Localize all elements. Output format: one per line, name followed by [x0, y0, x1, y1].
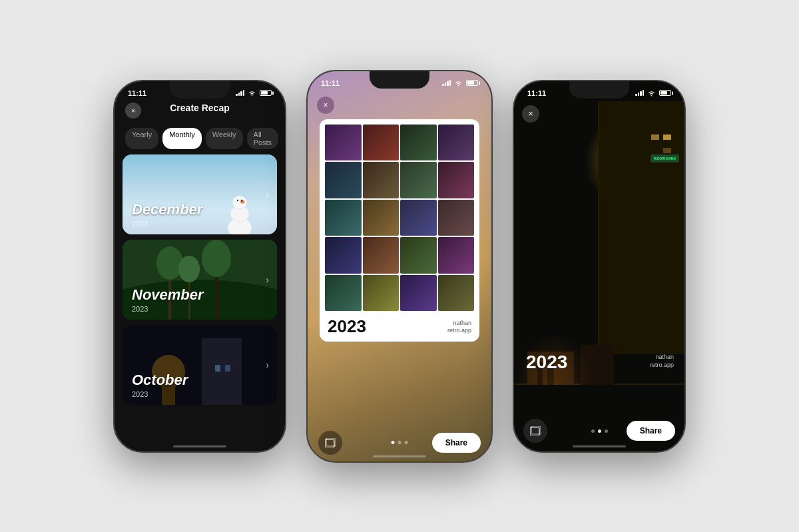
status-bar-1: 11:11 [115, 81, 285, 100]
december-card-content: December 2023 [132, 202, 202, 227]
month-card-november[interactable]: November 2023 › [123, 240, 277, 320]
tab-all-posts[interactable]: All Posts [247, 128, 279, 149]
wifi-icon-3 [647, 90, 656, 97]
signal-icon-3 [635, 90, 644, 96]
collage-cell-8 [438, 162, 475, 198]
phone-1: 11:11 [113, 80, 286, 453]
status-time-3: 11:11 [527, 89, 546, 97]
collage-cell-7 [400, 162, 437, 198]
photos-button-2[interactable] [318, 431, 342, 455]
october-year: 2023 [132, 390, 188, 398]
phone-3: WOORI BANK 11:11 [513, 80, 686, 453]
collage-year: 2023 [328, 318, 366, 335]
collage-cell-20 [438, 275, 475, 312]
page-dots-3 [591, 429, 608, 433]
month-card-october[interactable]: October 2023 › [123, 325, 277, 405]
november-label: November [132, 287, 204, 303]
collage-cell-5 [325, 162, 362, 198]
svg-point-5 [237, 199, 238, 200]
dot-2 [398, 441, 401, 444]
collage-card: 2023 nathan retro.app [320, 119, 479, 342]
collage-cell-6 [363, 162, 400, 198]
svg-point-23 [458, 85, 459, 87]
phone3-credit-app: retro.app [650, 362, 674, 370]
status-icons-2 [442, 80, 478, 87]
signal-icon-1 [236, 90, 244, 96]
share-button-3[interactable]: Share [627, 421, 675, 441]
collage-cell-17 [325, 275, 362, 312]
close-button-2[interactable]: × [317, 97, 334, 114]
battery-icon-3 [659, 90, 671, 96]
battery-icon-1 [260, 90, 272, 96]
share-button-2[interactable]: Share [432, 433, 481, 453]
status-icons-3 [635, 90, 671, 97]
phone3-credit-user: nathan [650, 354, 674, 362]
filter-tabs: Yearly Monthly Weekly All Posts [115, 128, 285, 154]
collage-cell-16 [438, 237, 475, 274]
svg-rect-19 [215, 365, 220, 372]
phone3-controls: Share [514, 429, 684, 433]
collage-grid [325, 125, 474, 312]
svg-point-26 [651, 95, 653, 97]
phone-2: 11:11 [306, 70, 493, 463]
november-card-content: November 2023 [132, 287, 204, 312]
tab-yearly[interactable]: Yearly [125, 128, 158, 149]
svg-point-14 [202, 240, 231, 277]
tab-weekly[interactable]: Weekly [206, 128, 243, 149]
home-indicator-2 [373, 455, 426, 457]
dot-1 [392, 441, 395, 444]
status-time-1: 11:11 [128, 89, 146, 97]
page-dots-2 [392, 441, 408, 444]
wifi-icon-1 [248, 90, 256, 97]
svg-rect-18 [202, 338, 242, 405]
status-icons-1 [236, 90, 272, 97]
home-indicator-1 [173, 445, 226, 447]
collage-cell-18 [363, 275, 400, 312]
phone-1-screen: 11:11 [115, 81, 285, 451]
svg-point-10 [156, 246, 183, 280]
battery-icon-2 [466, 80, 478, 86]
close-button-3[interactable]: × [522, 105, 539, 123]
status-time-2: 11:11 [321, 79, 340, 87]
collage-credit-user: nathan [447, 320, 471, 328]
dot3-3 [605, 429, 608, 433]
october-chevron: › [266, 360, 269, 370]
december-year: 2023 [132, 220, 202, 228]
tab-monthly[interactable]: Monthly [162, 128, 202, 149]
month-list: December 2023 › [115, 154, 285, 405]
collage-cell-11 [400, 200, 437, 236]
collage-cell-10 [363, 200, 400, 236]
collage-cell-1 [325, 125, 362, 161]
phone3-credit: nathan retro.app [650, 354, 674, 369]
status-bar-2: 11:11 [308, 71, 491, 90]
october-card-content: October 2023 [132, 372, 188, 398]
collage-credit: nathan retro.app [447, 320, 471, 335]
october-label: October [132, 372, 188, 388]
collage-cell-12 [438, 200, 475, 236]
home-indicator-3 [573, 445, 626, 447]
page-title-1: Create Recap [141, 103, 258, 113]
close-button-1[interactable]: × [125, 103, 141, 119]
phone1-header: × Create Recap [115, 100, 285, 128]
snowman-decoration [222, 184, 258, 234]
november-year: 2023 [132, 305, 204, 313]
collage-cell-4 [438, 125, 475, 161]
collage-cell-2 [363, 125, 400, 161]
december-label: December [132, 202, 202, 218]
photos-icon [325, 438, 336, 447]
dot3-1 [591, 429, 595, 433]
street-bg: WOORI BANK [514, 81, 684, 451]
svg-point-0 [252, 95, 253, 97]
phone3-year: 2023 [526, 353, 567, 372]
signal-icon-2 [442, 80, 451, 86]
status-bar-3: 11:11 [514, 81, 684, 100]
main-scene: 11:11 [0, 0, 799, 532]
month-card-december[interactable]: December 2023 › [123, 154, 277, 234]
collage-cell-9 [325, 200, 362, 236]
collage-footer: 2023 nathan retro.app [325, 316, 474, 336]
collage-cell-3 [400, 125, 437, 161]
collage-credit-app: retro.app [447, 327, 471, 335]
svg-point-12 [178, 256, 200, 282]
collage-cell-15 [400, 237, 437, 274]
photos-button-3[interactable] [523, 419, 547, 443]
